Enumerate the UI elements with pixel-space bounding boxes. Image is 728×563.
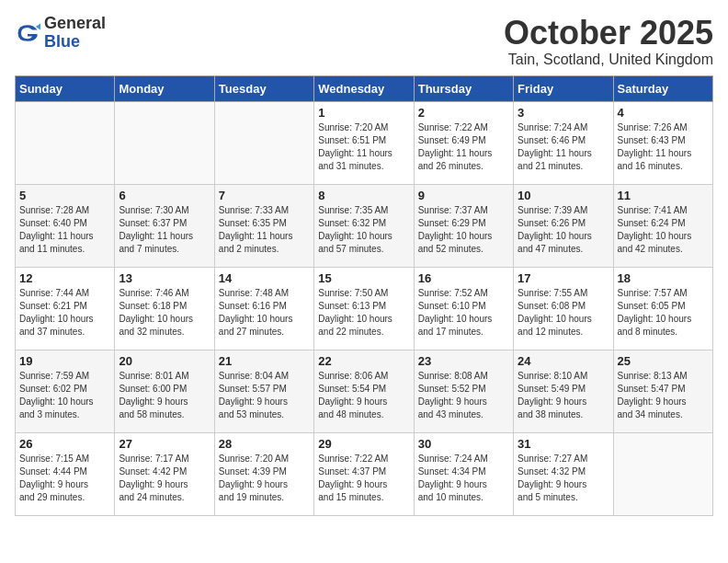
day-number: 20 <box>119 354 210 368</box>
calendar-cell: 26Sunrise: 7:15 AM Sunset: 4:44 PM Dayli… <box>16 432 115 515</box>
day-info: Sunrise: 7:15 AM Sunset: 4:44 PM Dayligh… <box>19 453 110 504</box>
calendar-week-row: 12Sunrise: 7:44 AM Sunset: 6:21 PM Dayli… <box>16 267 713 350</box>
calendar-cell <box>115 101 214 184</box>
calendar-cell: 12Sunrise: 7:44 AM Sunset: 6:21 PM Dayli… <box>16 267 115 350</box>
calendar-cell: 1Sunrise: 7:20 AM Sunset: 6:51 PM Daylig… <box>314 101 414 184</box>
day-info: Sunrise: 8:01 AM Sunset: 6:00 PM Dayligh… <box>119 370 210 421</box>
day-info: Sunrise: 7:52 AM Sunset: 6:10 PM Dayligh… <box>418 287 509 339</box>
logo: General Blue <box>15 15 106 52</box>
title-block: October 2025 Tain, Scotland, United King… <box>504 15 713 68</box>
day-number: 13 <box>119 271 210 285</box>
day-info: Sunrise: 8:04 AM Sunset: 5:57 PM Dayligh… <box>219 370 310 421</box>
calendar-body: 1Sunrise: 7:20 AM Sunset: 6:51 PM Daylig… <box>16 101 713 515</box>
day-info: Sunrise: 7:44 AM Sunset: 6:21 PM Dayligh… <box>19 287 110 339</box>
day-info: Sunrise: 7:57 AM Sunset: 6:05 PM Dayligh… <box>618 287 709 339</box>
calendar-cell: 14Sunrise: 7:48 AM Sunset: 6:16 PM Dayli… <box>214 267 313 350</box>
calendar-cell: 20Sunrise: 8:01 AM Sunset: 6:00 PM Dayli… <box>115 350 214 432</box>
day-number: 22 <box>318 354 409 368</box>
weekday-header: Sunday <box>16 75 115 101</box>
calendar-cell: 25Sunrise: 8:13 AM Sunset: 5:47 PM Dayli… <box>613 350 712 432</box>
day-number: 16 <box>418 271 509 285</box>
calendar-cell: 28Sunrise: 7:20 AM Sunset: 4:39 PM Dayli… <box>214 432 313 515</box>
calendar-week-row: 19Sunrise: 7:59 AM Sunset: 6:02 PM Dayli… <box>16 350 713 432</box>
calendar-cell: 3Sunrise: 7:24 AM Sunset: 6:46 PM Daylig… <box>514 101 613 184</box>
day-info: Sunrise: 7:46 AM Sunset: 6:18 PM Dayligh… <box>119 287 210 339</box>
calendar-cell: 17Sunrise: 7:55 AM Sunset: 6:08 PM Dayli… <box>514 267 613 350</box>
day-info: Sunrise: 7:48 AM Sunset: 6:16 PM Dayligh… <box>219 287 310 339</box>
day-info: Sunrise: 7:28 AM Sunset: 6:40 PM Dayligh… <box>19 204 110 256</box>
day-info: Sunrise: 8:13 AM Sunset: 5:47 PM Dayligh… <box>618 370 709 421</box>
day-number: 1 <box>318 106 409 120</box>
calendar-cell <box>16 101 115 184</box>
page-header: General Blue October 2025 Tain, Scotland… <box>15 15 713 68</box>
weekday-header: Thursday <box>414 75 513 101</box>
day-info: Sunrise: 7:33 AM Sunset: 6:35 PM Dayligh… <box>219 204 310 256</box>
calendar-cell: 10Sunrise: 7:39 AM Sunset: 6:26 PM Dayli… <box>514 184 613 267</box>
day-info: Sunrise: 7:55 AM Sunset: 6:08 PM Dayligh… <box>518 287 609 339</box>
day-info: Sunrise: 7:20 AM Sunset: 4:39 PM Dayligh… <box>219 453 310 504</box>
day-info: Sunrise: 7:41 AM Sunset: 6:24 PM Dayligh… <box>618 204 709 256</box>
day-info: Sunrise: 7:30 AM Sunset: 6:37 PM Dayligh… <box>119 204 210 256</box>
day-info: Sunrise: 8:10 AM Sunset: 5:49 PM Dayligh… <box>518 370 609 421</box>
calendar-week-row: 26Sunrise: 7:15 AM Sunset: 4:44 PM Dayli… <box>16 432 713 515</box>
day-number: 14 <box>219 271 310 285</box>
calendar-cell: 30Sunrise: 7:24 AM Sunset: 4:34 PM Dayli… <box>414 432 513 515</box>
day-info: Sunrise: 7:39 AM Sunset: 6:26 PM Dayligh… <box>518 204 609 256</box>
day-number: 31 <box>518 437 609 451</box>
day-number: 28 <box>219 437 310 451</box>
day-info: Sunrise: 7:35 AM Sunset: 6:32 PM Dayligh… <box>318 204 409 256</box>
month-title: October 2025 <box>504 15 713 52</box>
calendar-cell: 23Sunrise: 8:08 AM Sunset: 5:52 PM Dayli… <box>414 350 513 432</box>
calendar-week-row: 1Sunrise: 7:20 AM Sunset: 6:51 PM Daylig… <box>16 101 713 184</box>
logo-icon <box>15 20 40 46</box>
calendar-cell: 15Sunrise: 7:50 AM Sunset: 6:13 PM Dayli… <box>314 267 414 350</box>
weekday-header: Tuesday <box>214 75 313 101</box>
calendar-cell: 24Sunrise: 8:10 AM Sunset: 5:49 PM Dayli… <box>514 350 613 432</box>
day-number: 5 <box>19 189 110 202</box>
weekday-header: Saturday <box>613 75 712 101</box>
day-number: 23 <box>418 354 509 368</box>
weekday-header: Friday <box>514 75 613 101</box>
day-number: 19 <box>19 354 110 368</box>
calendar-cell: 7Sunrise: 7:33 AM Sunset: 6:35 PM Daylig… <box>214 184 313 267</box>
day-info: Sunrise: 7:22 AM Sunset: 6:49 PM Dayligh… <box>418 121 509 173</box>
day-number: 29 <box>318 437 409 451</box>
day-number: 4 <box>618 106 709 120</box>
calendar-cell: 8Sunrise: 7:35 AM Sunset: 6:32 PM Daylig… <box>314 184 414 267</box>
calendar-cell: 11Sunrise: 7:41 AM Sunset: 6:24 PM Dayli… <box>613 184 712 267</box>
day-info: Sunrise: 7:20 AM Sunset: 6:51 PM Dayligh… <box>318 121 409 173</box>
day-number: 7 <box>219 189 310 202</box>
calendar-cell <box>613 432 712 515</box>
day-info: Sunrise: 8:08 AM Sunset: 5:52 PM Dayligh… <box>418 370 509 421</box>
day-number: 26 <box>19 437 110 451</box>
calendar-cell: 27Sunrise: 7:17 AM Sunset: 4:42 PM Dayli… <box>115 432 214 515</box>
day-info: Sunrise: 8:06 AM Sunset: 5:54 PM Dayligh… <box>318 370 409 421</box>
calendar-table: SundayMondayTuesdayWednesdayThursdayFrid… <box>15 75 713 516</box>
day-info: Sunrise: 7:27 AM Sunset: 4:32 PM Dayligh… <box>518 453 609 504</box>
day-number: 3 <box>518 106 609 120</box>
logo-text: General Blue <box>44 15 106 52</box>
weekday-header: Wednesday <box>314 75 414 101</box>
day-number: 24 <box>518 354 609 368</box>
calendar-cell: 19Sunrise: 7:59 AM Sunset: 6:02 PM Dayli… <box>16 350 115 432</box>
day-number: 30 <box>418 437 509 451</box>
calendar-cell: 9Sunrise: 7:37 AM Sunset: 6:29 PM Daylig… <box>414 184 513 267</box>
calendar-cell: 22Sunrise: 8:06 AM Sunset: 5:54 PM Dayli… <box>314 350 414 432</box>
calendar-header-row: SundayMondayTuesdayWednesdayThursdayFrid… <box>16 75 713 101</box>
day-info: Sunrise: 7:22 AM Sunset: 4:37 PM Dayligh… <box>318 453 409 504</box>
weekday-header: Monday <box>115 75 214 101</box>
day-number: 10 <box>518 189 609 202</box>
day-number: 17 <box>518 271 609 285</box>
calendar-cell: 2Sunrise: 7:22 AM Sunset: 6:49 PM Daylig… <box>414 101 513 184</box>
day-number: 21 <box>219 354 310 368</box>
day-number: 8 <box>318 189 409 202</box>
calendar-cell: 4Sunrise: 7:26 AM Sunset: 6:43 PM Daylig… <box>613 101 712 184</box>
day-info: Sunrise: 7:50 AM Sunset: 6:13 PM Dayligh… <box>318 287 409 339</box>
day-number: 11 <box>618 189 709 202</box>
day-number: 2 <box>418 106 509 120</box>
day-number: 12 <box>19 271 110 285</box>
calendar-cell: 18Sunrise: 7:57 AM Sunset: 6:05 PM Dayli… <box>613 267 712 350</box>
day-number: 15 <box>318 271 409 285</box>
calendar-cell: 13Sunrise: 7:46 AM Sunset: 6:18 PM Dayli… <box>115 267 214 350</box>
day-number: 6 <box>119 189 210 202</box>
